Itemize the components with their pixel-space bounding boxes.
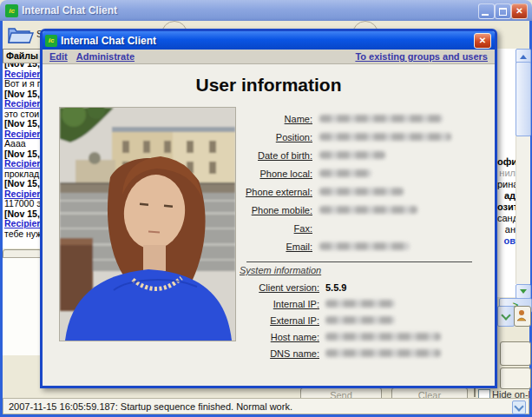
dialog-titlebar[interactable]: ic Internal Chat Client ✕ [43, 31, 495, 50]
dialog-close-button[interactable]: ✕ [474, 33, 491, 49]
field-row: Phone external: [130, 182, 488, 201]
field-row: DNS name: [130, 345, 488, 361]
message-input[interactable] [3, 257, 40, 355]
contact-item[interactable]: нил [497, 168, 516, 179]
field-row: Name: [130, 109, 488, 128]
status-text: 2007-11-15 16:05:59.187: Startup sequenc… [9, 401, 292, 412]
app-icon: ic [5, 4, 18, 17]
field-label[interactable]: Phone mobile: [130, 205, 312, 215]
contacts-dropdown-button[interactable] [497, 306, 515, 327]
field-value-text: 5.5.9 [325, 282, 346, 293]
field-label[interactable]: Phone external: [130, 187, 312, 197]
maximize-icon [499, 8, 507, 16]
redacted-value [319, 115, 443, 122]
field-row: Phone local: [130, 164, 488, 182]
contact-item[interactable]: рина [497, 179, 516, 190]
close-icon: ✕ [475, 34, 490, 47]
field-label[interactable]: External IP: [130, 315, 319, 326]
field-label[interactable]: Internal IP: [130, 299, 319, 309]
chat-line: Recipier [4, 99, 42, 109]
dialog-body: User information [43, 64, 495, 389]
chat-line: тебе нуж [4, 229, 42, 240]
redacted-value [319, 151, 385, 159]
field-value [319, 133, 451, 141]
chat-log[interactable]: [Nov 15, Recipier Вот и я п [Nov 15, Rec… [3, 63, 42, 248]
scrollbar-thumb[interactable] [516, 62, 531, 136]
field-value [325, 333, 441, 341]
chevron-down-icon [514, 401, 523, 411]
redacted-value [325, 349, 441, 357]
chat-line: [Nov 15, [4, 179, 42, 189]
status-expand-button[interactable] [512, 400, 526, 414]
main-titlebar[interactable]: ic Internal Chat Client ✕ [0, 0, 532, 21]
system-info-heading[interactable]: System information [240, 265, 321, 275]
arrow-up-icon [520, 51, 527, 59]
link-existing-groups[interactable]: To existing groups and users [355, 51, 488, 62]
add-user-button[interactable] [514, 306, 531, 327]
menu-administrate[interactable]: Administrate [76, 51, 135, 62]
arrow-down-icon [520, 289, 527, 297]
redacted-value [325, 316, 395, 324]
contact-item[interactable]: офис [497, 156, 516, 168]
field-value [319, 169, 371, 177]
user-icon [515, 307, 529, 324]
redacted-value [325, 300, 395, 308]
redacted-value [319, 242, 410, 250]
scroll-down-button[interactable] [516, 284, 531, 299]
contact-item[interactable]: ов [497, 235, 516, 247]
field-value [319, 206, 417, 214]
chat-log-lines: [Nov 15, Recipier Вот и я п [Nov 15, Rec… [4, 63, 42, 239]
redacted-value [319, 133, 451, 141]
chat-line: Recipier [4, 159, 42, 169]
chat-line: 117000 э [4, 199, 42, 209]
status-bar: 2007-11-15 16:05:59.187: Startup sequenc… [3, 398, 529, 414]
field-value [319, 188, 404, 195]
main-window-title: Internal Chat Client [22, 4, 117, 17]
field-value: 5.5.9 [325, 282, 346, 293]
field-row: Client version: 5.5.9 [130, 279, 488, 295]
chat-line: Вот и я п [4, 79, 42, 89]
field-row: Fax: [130, 219, 488, 237]
field-label[interactable]: DNS name: [130, 348, 319, 359]
maximize-button[interactable] [495, 3, 511, 19]
redacted-value [319, 188, 404, 195]
contact-item[interactable]: сандр [497, 213, 516, 224]
field-row: Internal IP: [130, 295, 488, 312]
field-value [325, 316, 395, 324]
field-label[interactable]: Position: [130, 132, 312, 142]
field-value [325, 300, 395, 308]
right-partial-button[interactable] [500, 367, 531, 389]
field-label[interactable]: Email: [130, 242, 312, 252]
field-label[interactable]: Name: [130, 114, 312, 124]
close-button[interactable]: ✕ [511, 3, 528, 19]
field-value [319, 242, 410, 250]
field-value [325, 349, 441, 357]
right-partial-button[interactable] [500, 341, 531, 366]
field-row: Position: [130, 128, 488, 146]
minimize-button[interactable] [478, 3, 495, 19]
contact-item[interactable]: озитн [497, 202, 516, 213]
field-value [319, 115, 443, 122]
contact-item[interactable]: ан [497, 224, 516, 235]
chat-line: [Nov 15, [4, 119, 42, 129]
dialog-menubar: Edit Administrate To existing groups and… [43, 50, 495, 64]
dialog-title: Internal Chat Client [61, 35, 156, 47]
redacted-value [319, 206, 417, 214]
field-row: Email: [130, 237, 488, 255]
user-info-dialog: ic Internal Chat Client ✕ Edit Administr… [40, 29, 497, 388]
field-label[interactable]: Date of birth: [130, 150, 312, 161]
page-title: User information [43, 75, 495, 96]
user-fields: Name: Position: Date of birth: [130, 109, 488, 255]
field-label[interactable]: Host name: [130, 332, 319, 342]
field-label[interactable]: Client version: [130, 282, 319, 293]
minimize-icon [482, 14, 489, 16]
field-label[interactable]: Phone local: [130, 169, 312, 179]
redacted-value [325, 333, 441, 341]
menu-edit[interactable]: Edit [49, 51, 68, 62]
open-folder-icon[interactable] [7, 23, 35, 46]
field-value [319, 151, 385, 159]
chevron-down-icon [501, 310, 510, 320]
contact-item[interactable]: ад [497, 190, 516, 202]
field-label[interactable]: Fax: [130, 223, 312, 234]
field-row: External IP: [130, 312, 488, 328]
